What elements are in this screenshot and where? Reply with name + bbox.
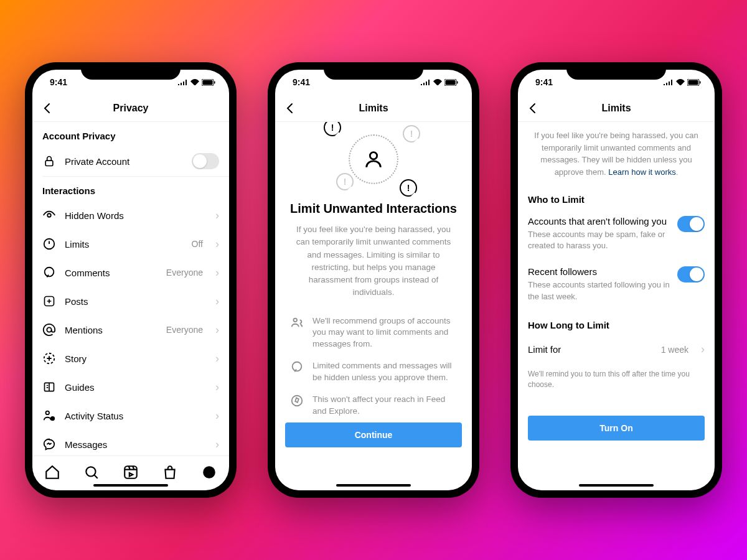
chevron-right-icon: › <box>215 352 219 365</box>
privacy-content: Account Privacy Private Account Interact… <box>32 122 229 455</box>
row-mentions[interactable]: Mentions Everyone › <box>32 315 229 344</box>
phone-limits-config: 9:41 Limits If you feel like you're bein… <box>510 62 722 498</box>
svg-point-6 <box>45 268 54 277</box>
notch <box>566 62 666 80</box>
chevron-right-icon: › <box>215 381 219 394</box>
bullet-reach: This won't affect your reach in Feed and… <box>275 389 472 422</box>
option-recent-followers: Recent followers These accounts started … <box>518 260 715 310</box>
option-not-following: Accounts that aren't following you These… <box>518 210 715 260</box>
home-indicator <box>93 484 168 487</box>
svg-point-13 <box>86 467 95 476</box>
svg-point-4 <box>47 213 51 217</box>
status-icons <box>421 79 458 86</box>
guides-icon <box>42 380 56 394</box>
svg-rect-1 <box>203 80 213 85</box>
phone-privacy: 9:41 Privacy Account Privacy Private Acc… <box>25 62 237 498</box>
notch <box>324 62 423 80</box>
duration-note: We'll remind you to turn this off after … <box>518 364 715 395</box>
row-limit-for[interactable]: Limit for 1 week › <box>518 335 715 364</box>
svg-rect-24 <box>688 80 698 85</box>
row-activity-status[interactable]: Activity Status › <box>32 401 229 430</box>
intro-text: If you feel like you're being harassed, … <box>518 122 715 185</box>
notch <box>81 62 181 80</box>
home-indicator <box>579 484 654 487</box>
svg-point-12 <box>51 417 55 421</box>
section-who: Who to Limit <box>518 185 715 210</box>
not-following-toggle[interactable] <box>677 216 705 232</box>
svg-rect-2 <box>214 81 215 83</box>
nav-bar: Limits <box>275 95 472 122</box>
svg-rect-3 <box>45 161 53 166</box>
alert-circle-icon <box>42 237 56 251</box>
tab-reels-icon[interactable] <box>123 464 139 480</box>
svg-point-21 <box>293 362 302 371</box>
svg-point-19 <box>370 152 377 159</box>
limits-description: If you feel like you're being harassed, … <box>275 223 472 310</box>
section-interactions: Interactions <box>32 177 229 201</box>
page-title: Limits <box>275 103 472 114</box>
messenger-icon <box>42 437 56 451</box>
people-icon <box>290 315 304 329</box>
comment-icon <box>42 266 56 279</box>
row-limits[interactable]: Limits Off › <box>32 230 229 258</box>
row-messages[interactable]: Messages › <box>32 430 229 455</box>
bullet-hidden: Limited comments and messages will be hi… <box>275 355 472 389</box>
chevron-right-icon: › <box>215 266 219 279</box>
turn-on-button[interactable]: Turn On <box>528 416 705 441</box>
status-time: 9:41 <box>50 77 67 87</box>
phone-limits-intro: 9:41 Limits ! ! ! ! <box>268 62 479 498</box>
private-account-label: Private Account <box>65 156 183 167</box>
status-time: 9:41 <box>535 77 553 87</box>
svg-rect-25 <box>700 81 701 83</box>
status-icons <box>178 79 215 86</box>
row-private-account[interactable]: Private Account <box>32 146 229 176</box>
svg-point-11 <box>46 411 50 415</box>
bullet-groups: We'll recommend groups of accounts you m… <box>275 310 472 356</box>
section-account-privacy: Account Privacy <box>32 122 229 146</box>
tab-shop-icon[interactable] <box>162 464 178 480</box>
private-account-toggle[interactable] <box>192 153 219 169</box>
svg-rect-18 <box>457 81 458 83</box>
svg-point-20 <box>294 318 298 321</box>
comment-icon <box>290 360 304 374</box>
tab-profile-icon[interactable] <box>201 464 217 480</box>
compass-icon <box>290 394 304 408</box>
nav-bar: Limits <box>518 95 715 122</box>
continue-button[interactable]: Continue <box>285 422 462 447</box>
status-time: 9:41 <box>293 77 310 87</box>
recent-followers-toggle[interactable] <box>677 266 705 282</box>
lock-icon <box>42 154 56 168</box>
svg-point-22 <box>292 396 303 406</box>
story-icon <box>42 352 56 365</box>
plus-square-icon <box>42 294 56 308</box>
nav-bar: Privacy <box>32 95 229 122</box>
svg-rect-17 <box>446 80 456 85</box>
row-story[interactable]: Story › <box>32 344 229 373</box>
chevron-right-icon: › <box>701 343 705 356</box>
chevron-right-icon: › <box>215 295 219 308</box>
status-icons <box>664 79 701 86</box>
svg-point-15 <box>204 466 216 478</box>
home-indicator <box>336 484 411 487</box>
chevron-right-icon: › <box>215 209 219 222</box>
row-guides[interactable]: Guides › <box>32 373 229 401</box>
svg-point-8 <box>47 327 51 332</box>
row-comments[interactable]: Comments Everyone › <box>32 258 229 287</box>
section-duration: How Long to Limit <box>518 311 715 335</box>
chevron-right-icon: › <box>215 238 219 251</box>
chevron-right-icon: › <box>215 409 219 422</box>
chevron-right-icon: › <box>215 324 219 337</box>
limits-heading: Limit Unwanted Interactions <box>275 197 472 223</box>
chevron-right-icon: › <box>215 438 219 451</box>
tab-search-icon[interactable] <box>83 464 100 480</box>
page-title: Privacy <box>32 103 229 114</box>
tab-home-icon[interactable] <box>44 464 60 480</box>
row-posts[interactable]: Posts › <box>32 287 229 315</box>
svg-rect-14 <box>125 466 137 478</box>
limits-illustration: ! ! ! ! <box>275 122 472 197</box>
row-hidden-words[interactable]: Hidden Words › <box>32 201 229 230</box>
at-icon <box>42 323 56 337</box>
learn-link[interactable]: Learn how it works <box>608 167 675 177</box>
activity-icon <box>42 409 56 422</box>
eye-hidden-icon <box>42 208 56 222</box>
